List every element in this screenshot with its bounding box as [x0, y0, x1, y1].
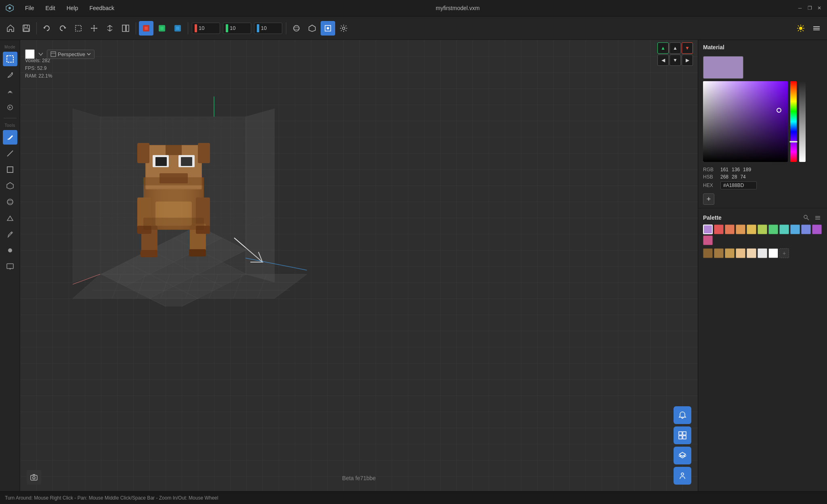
win-minimize-btn[interactable]: ─: [796, 4, 804, 12]
alpha-slider[interactable]: [799, 81, 806, 162]
mode-sculpt-btn[interactable]: [3, 84, 17, 99]
nav-row-top: ▲ ▲ ▼: [657, 42, 693, 54]
hue-slider[interactable]: [790, 81, 797, 162]
pal-swatch-violet[interactable]: [812, 225, 822, 234]
pal-swatch-brown-light[interactable]: [725, 248, 735, 258]
mode-select-btn[interactable]: [3, 52, 17, 66]
menu-edit[interactable]: Edit: [41, 3, 60, 13]
svg-point-14: [294, 25, 299, 31]
nav-down-red-btn[interactable]: ▼: [682, 42, 693, 54]
hsb-s-value: 28: [732, 174, 737, 180]
pal-swatch-red[interactable]: [714, 225, 724, 234]
box-red-btn[interactable]: [139, 21, 153, 36]
tool-pen2-btn[interactable]: [3, 227, 17, 242]
slice-btn[interactable]: [118, 21, 133, 36]
hud-layers-btn[interactable]: [674, 447, 691, 464]
color-preview-swatch[interactable]: [703, 56, 743, 79]
pal-swatch-brown-mid[interactable]: [714, 248, 724, 258]
iso-btn[interactable]: [305, 21, 319, 36]
svg-point-32: [7, 201, 13, 204]
window-controls: ─ ❐ ✕: [796, 4, 823, 12]
pal-swatch-green[interactable]: [768, 225, 778, 234]
hud-layout-btn[interactable]: [674, 426, 691, 444]
nav-up-btn[interactable]: ▲: [670, 42, 681, 54]
sphere-btn[interactable]: [289, 21, 304, 36]
counter-green[interactable]: 10: [223, 23, 251, 34]
tool-line-btn[interactable]: [3, 146, 17, 161]
nav-up-green-btn[interactable]: ▲: [657, 42, 669, 54]
box-blue-btn[interactable]: [170, 21, 185, 36]
palette-controls: [802, 213, 822, 222]
hud-person-btn[interactable]: [674, 467, 691, 485]
tb-sep-2: [136, 22, 136, 34]
menu-file[interactable]: File: [20, 3, 39, 13]
pal-swatch-blue[interactable]: [801, 225, 811, 234]
pal-swatch-yellow-green[interactable]: [758, 225, 767, 234]
home-btn[interactable]: [3, 21, 18, 36]
svg-rect-9: [145, 27, 148, 30]
rotate-left-btn[interactable]: [40, 21, 54, 36]
counter-blue-value: 10: [261, 25, 267, 31]
pal-swatch-yellow-orange[interactable]: [747, 225, 756, 234]
pal-swatch-purple[interactable]: [703, 225, 713, 234]
mode-fx-btn[interactable]: [3, 100, 17, 115]
svg-rect-98: [189, 249, 206, 256]
pal-swatch-brown-dark[interactable]: [703, 248, 713, 258]
nav-left-btn[interactable]: ◀: [657, 55, 669, 66]
counter-blue[interactable]: 10: [254, 23, 282, 34]
save-btn[interactable]: [19, 21, 34, 36]
palette-menu-btn[interactable]: [813, 213, 822, 222]
menu-btn[interactable]: [809, 21, 824, 36]
rgb-label: RGB: [703, 167, 717, 172]
tool-rect-btn[interactable]: [3, 162, 17, 177]
camera-btn[interactable]: [27, 470, 41, 485]
pal-swatch-sky[interactable]: [790, 225, 800, 234]
select-btn[interactable]: [71, 21, 86, 36]
nav-right-btn[interactable]: ▶: [682, 55, 693, 66]
color-picker-area: [698, 52, 827, 81]
hud-notify-btn[interactable]: [674, 406, 691, 424]
arrows-btn[interactable]: [87, 21, 101, 36]
settings-btn[interactable]: [336, 21, 351, 36]
win-restore-btn[interactable]: ❐: [806, 4, 813, 12]
tool-sphere-btn[interactable]: [3, 195, 17, 209]
model-svg: [40, 64, 323, 307]
counter-red[interactable]: 10: [192, 23, 220, 34]
pal-swatch-tan[interactable]: [736, 248, 745, 258]
pal-swatch-light-gray[interactable]: [758, 248, 767, 258]
pal-swatch-teal[interactable]: [779, 225, 789, 234]
menu-feedback[interactable]: Feedback: [84, 3, 119, 13]
pal-swatch-orange-red[interactable]: [725, 225, 735, 234]
saturation-value-picker[interactable]: [703, 81, 788, 162]
active-color-swatch[interactable]: [25, 49, 35, 59]
hex-input[interactable]: [720, 181, 757, 189]
tool-eraser-btn[interactable]: [3, 211, 17, 225]
light-btn[interactable]: [793, 21, 808, 36]
win-close-btn[interactable]: ✕: [816, 4, 823, 12]
pal-swatch-pink[interactable]: [703, 235, 713, 245]
pal-swatch-white[interactable]: [768, 248, 778, 258]
pal-swatch-add[interactable]: +: [779, 248, 789, 258]
tool-box-btn[interactable]: [3, 178, 17, 193]
viewport[interactable]: Perspective ▲ ▲ ▼ ◀ ▼ ▶ V: [20, 40, 698, 491]
pal-swatch-orange[interactable]: [736, 225, 745, 234]
flip-btn[interactable]: [103, 21, 117, 36]
palette-colors-row1: [698, 225, 827, 248]
add-color-btn[interactable]: +: [703, 193, 714, 205]
counter-green-bar: [226, 24, 228, 32]
perspective-dropdown[interactable]: Perspective: [47, 50, 94, 59]
nav-center-btn[interactable]: ▼: [670, 55, 681, 66]
tool-dot-btn[interactable]: [3, 243, 17, 258]
mode-paint-btn[interactable]: [3, 68, 17, 82]
palette-search-btn[interactable]: [802, 213, 811, 222]
tool-screen-btn[interactable]: [3, 259, 17, 274]
cube-btn[interactable]: [321, 21, 335, 36]
tool-pencil-btn[interactable]: [3, 130, 17, 145]
svg-rect-130: [683, 432, 686, 435]
svg-rect-131: [679, 436, 682, 439]
pal-swatch-peach[interactable]: [747, 248, 756, 258]
svg-rect-5: [76, 25, 81, 31]
box-green-btn[interactable]: [155, 21, 169, 36]
menu-help[interactable]: Help: [62, 3, 83, 13]
rotate-right-btn[interactable]: [55, 21, 70, 36]
